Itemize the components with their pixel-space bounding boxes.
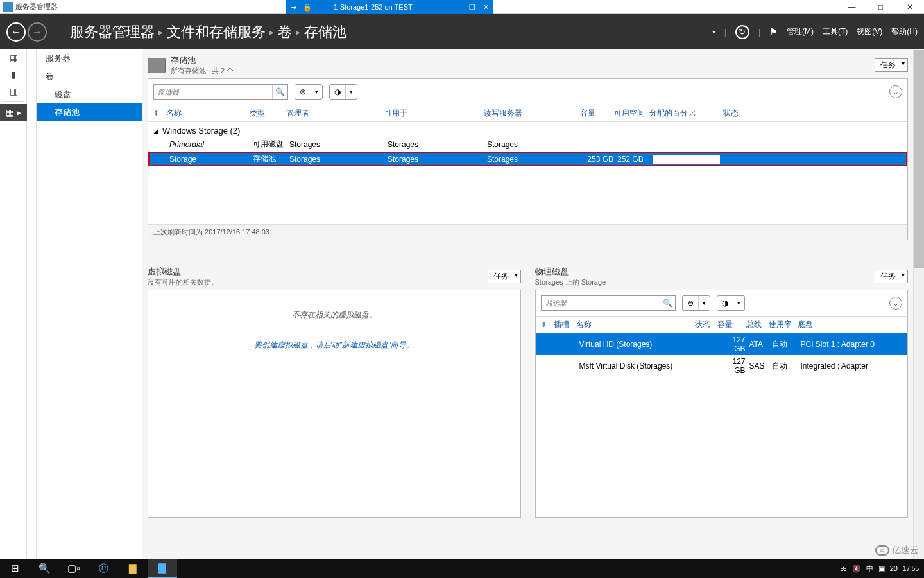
pdisk-tasks-button[interactable]: 任务 xyxy=(875,270,908,283)
search-icon[interactable]: 🔍 xyxy=(660,296,675,310)
pools-view-selector[interactable]: ⊜▾ xyxy=(295,84,323,100)
sort-icon[interactable]: ⬍ xyxy=(541,320,554,329)
list-icon[interactable]: ⊜ xyxy=(683,296,698,310)
breadcrumb-part[interactable]: 卷 xyxy=(278,22,292,42)
tools-menu[interactable]: 工具(T) xyxy=(823,26,848,37)
dropdown-icon[interactable]: ▾ xyxy=(733,296,744,310)
outer-minimize-button[interactable]: — xyxy=(837,0,866,14)
col-chassis[interactable]: 底盘 xyxy=(798,319,875,330)
pools-tasks-button[interactable]: 任务 xyxy=(875,58,908,72)
pools-filter-input[interactable] xyxy=(154,85,272,99)
pools-group-row[interactable]: ◢ Windows Storage (2) xyxy=(148,122,907,137)
col-name[interactable]: 名称 xyxy=(576,319,695,330)
col-bus[interactable]: 总线 xyxy=(746,319,769,330)
nav-forward-button[interactable]: → xyxy=(28,22,47,42)
vm-close-button[interactable]: ✕ xyxy=(479,0,493,14)
vm-pin-icon[interactable]: ⇥ xyxy=(286,0,300,14)
vdisk-empty-message: 不存在相关的虚拟磁盘。 xyxy=(148,290,520,327)
help-menu[interactable]: 帮助(H) xyxy=(891,26,918,37)
collapse-icon[interactable]: ◢ xyxy=(153,127,162,134)
tray-network-icon[interactable]: 🖧 xyxy=(840,565,847,572)
refresh-icon[interactable]: ↻ xyxy=(735,25,749,39)
table-row[interactable]: Virtual HD (Storages) 127 GB ATA 自动 PCI … xyxy=(536,333,908,355)
tree-item-storage-pools[interactable]: 存储池 xyxy=(37,103,142,121)
view-menu[interactable]: 视图(V) xyxy=(857,26,882,37)
pdisk-title: 物理磁盘 xyxy=(535,266,606,277)
outer-maximize-button[interactable]: □ xyxy=(866,0,895,14)
pdisk-subtitle: Storages 上的 Storage xyxy=(535,277,606,287)
vdisk-tasks-button[interactable]: 任务 xyxy=(488,270,521,283)
tree-item-volumes[interactable]: 卷 xyxy=(37,67,142,85)
pools-filter-selector[interactable]: ◑▾ xyxy=(329,84,357,100)
col-usage[interactable]: 使用率 xyxy=(769,319,798,330)
table-row[interactable]: Primordial 可用磁盘 Storages Storages Storag… xyxy=(148,137,907,152)
col-available[interactable]: 可用于 xyxy=(384,108,484,119)
rail-storage-icon[interactable]: ▦ ▸ xyxy=(0,104,27,121)
col-type[interactable]: 类型 xyxy=(250,108,286,119)
table-row[interactable]: Storage 存储池 Storages Storages Storages 2… xyxy=(148,152,907,166)
storage-icon xyxy=(148,58,166,73)
search-button[interactable]: 🔍 xyxy=(30,559,59,578)
vm-maximize-button[interactable]: ❐ xyxy=(465,0,479,14)
pdisk-filter[interactable]: 🔍 xyxy=(541,295,676,311)
table-row[interactable]: Msft Virtual Disk (Storages) 127 GB SAS … xyxy=(536,355,908,377)
vdisk-panel-header: 虚拟磁盘 没有可用的相关数据。 任务 xyxy=(148,266,521,287)
vdisk-subtitle: 没有可用的相关数据。 xyxy=(148,277,218,287)
dropdown-icon[interactable]: ▾ xyxy=(311,85,322,99)
dropdown-icon[interactable]: ▾ xyxy=(698,296,710,310)
breadcrumb-part[interactable]: 服务器管理器 xyxy=(70,22,155,42)
server-manager-button[interactable]: ▇ xyxy=(148,559,177,578)
ime-indicator[interactable]: 中 xyxy=(866,564,873,574)
header-dropdown-icon[interactable]: ▾ xyxy=(712,28,715,35)
vm-minimize-button[interactable]: — xyxy=(451,0,465,14)
dropdown-icon[interactable]: ▾ xyxy=(345,85,357,99)
tag-icon[interactable]: ◑ xyxy=(717,296,733,310)
tag-icon[interactable]: ◑ xyxy=(330,85,345,99)
nav-back-button[interactable]: ← xyxy=(6,22,26,42)
vm-lock-icon[interactable]: 🔒 xyxy=(300,0,314,14)
col-name[interactable]: 名称 xyxy=(166,108,250,119)
col-slot[interactable]: 插槽 xyxy=(554,319,576,330)
tray-flag-icon[interactable]: ▣ xyxy=(878,565,885,573)
scrollbar[interactable] xyxy=(913,49,924,559)
taskview-button[interactable]: ▢▫ xyxy=(59,559,89,578)
pdisk-filter-input[interactable] xyxy=(542,296,660,310)
tray-volume-icon[interactable]: 🔇 xyxy=(852,565,861,573)
breadcrumb-part[interactable]: 文件和存储服务 xyxy=(167,22,266,42)
breadcrumb-part[interactable]: 存储池 xyxy=(304,22,346,42)
flag-icon[interactable]: ⚑ xyxy=(769,26,778,38)
col-capacity[interactable]: 容量 xyxy=(717,319,746,330)
search-icon[interactable]: 🔍 xyxy=(272,85,287,99)
vm-title: 1-Storage1-252 on TEST xyxy=(314,3,451,11)
taskbar-clock[interactable]: 17:55 xyxy=(903,565,919,572)
col-status[interactable]: 状态 xyxy=(695,319,717,330)
col-manager[interactable]: 管理者 xyxy=(286,108,384,119)
pdisk-filter-selector[interactable]: ◑▾ xyxy=(717,295,745,311)
tree-item-servers[interactable]: 服务器 xyxy=(37,49,142,67)
vdisk-wizard-link[interactable]: 要创建虚拟磁盘，请启动"新建虚拟磁盘"向导。 xyxy=(148,327,520,363)
list-icon[interactable]: ⊜ xyxy=(295,85,311,99)
rail-dashboard-icon[interactable]: ▦ xyxy=(0,49,27,66)
col-rw[interactable]: 读写服务器 xyxy=(484,108,580,119)
expand-icon[interactable]: ⌵ xyxy=(889,85,902,98)
pools-title: 存储池 xyxy=(171,55,234,66)
col-alloc[interactable]: 分配的百分比 xyxy=(649,108,723,119)
sort-icon[interactable]: ⬍ xyxy=(153,109,166,118)
manage-menu[interactable]: 管理(M) xyxy=(787,26,814,37)
tree-item-disks[interactable]: 磁盘 xyxy=(37,85,142,103)
ie-button[interactable]: ⓔ xyxy=(89,559,118,578)
explorer-button[interactable]: ▇ xyxy=(118,559,148,578)
outer-close-button[interactable]: ✕ xyxy=(895,0,924,14)
rail-all-icon[interactable]: ▥ xyxy=(0,83,27,100)
pools-filter[interactable]: 🔍 xyxy=(153,84,288,100)
col-capacity[interactable]: 容量 xyxy=(580,108,614,119)
col-status[interactable]: 状态 xyxy=(723,108,762,119)
pdisk-view-selector[interactable]: ⊜▾ xyxy=(682,295,710,311)
watermark: ∞ 亿速云 xyxy=(875,545,919,556)
col-free[interactable]: 可用空间 xyxy=(614,108,649,119)
pdisk-table-header: ⬍ 插槽 名称 状态 容量 总线 使用率 底盘 xyxy=(536,316,908,333)
expand-icon[interactable]: ⌵ xyxy=(889,297,902,310)
start-button[interactable]: ⊞ xyxy=(0,559,30,578)
rail-servers-icon[interactable]: ▮ xyxy=(0,66,27,83)
pools-table-header: ⬍ 名称 类型 管理者 可用于 读写服务器 容量 可用空间 分配的百分比 状态 xyxy=(148,105,907,122)
